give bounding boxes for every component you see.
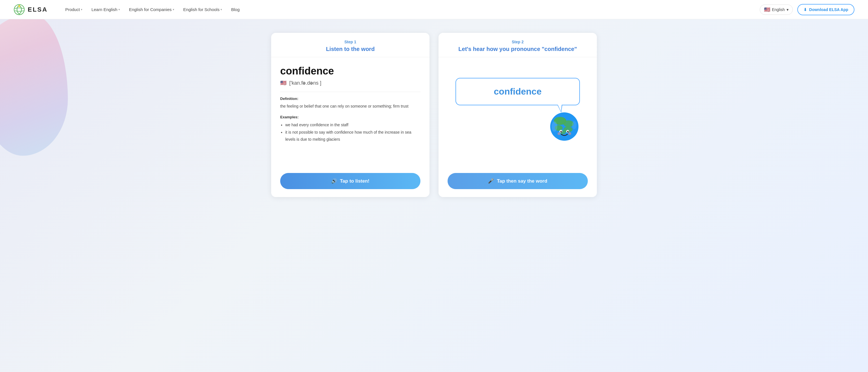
divider bbox=[280, 92, 421, 92]
microphone-icon: 🎤 bbox=[488, 178, 494, 184]
speech-bubble-container: confidence bbox=[456, 78, 580, 105]
language-selector[interactable]: 🇺🇸 English ▾ bbox=[760, 4, 793, 15]
speech-bubble: confidence bbox=[456, 78, 580, 105]
card2-body: confidence bbox=[438, 57, 597, 168]
nav-item-learn-english[interactable]: Learn English ▾ bbox=[87, 5, 124, 14]
navigation: ELSA Product ▾ Learn English ▾ English f… bbox=[0, 0, 868, 19]
svg-point-17 bbox=[568, 131, 568, 132]
chevron-down-icon: ▾ bbox=[173, 8, 174, 11]
logo-text: ELSA bbox=[28, 6, 48, 13]
step2-title: Let's hear how you pronounce "confidence… bbox=[447, 46, 588, 52]
speaker-icon: 🔊 bbox=[331, 178, 337, 184]
card1-footer: 🔊 Tap to listen! bbox=[271, 168, 430, 197]
svg-point-16 bbox=[561, 131, 562, 132]
tap-to-say-button[interactable]: 🎤 Tap then say the word bbox=[447, 173, 588, 189]
download-icon: ⬇ bbox=[804, 7, 807, 12]
phonetic-text: ['kan.fə.dəns ] bbox=[289, 80, 321, 86]
phonetic-row: 🇺🇸 ['kan.fə.dəns ] bbox=[280, 80, 421, 86]
download-app-button[interactable]: ⬇ Download ELSA App bbox=[797, 4, 855, 15]
nav-item-companies[interactable]: English for Companies ▾ bbox=[125, 5, 178, 14]
definition-label: Definition: bbox=[280, 96, 421, 101]
bubble-word: confidence bbox=[494, 86, 542, 96]
examples-list: we had every confidence in the staff it … bbox=[280, 121, 421, 161]
card-listen: Step 1 Listen to the word confidence 🇺🇸 … bbox=[271, 33, 430, 197]
example-item: it is not possible to say with confidenc… bbox=[285, 129, 421, 143]
example-item: we had every confidence in the staff bbox=[285, 121, 421, 128]
card-pronounce: Step 2 Let's hear how you pronounce "con… bbox=[438, 33, 597, 197]
us-flag-icon: 🇺🇸 bbox=[280, 80, 286, 86]
mascot-container bbox=[456, 111, 580, 142]
step1-label: Step 1 bbox=[280, 40, 421, 44]
chevron-down-icon: ▾ bbox=[786, 7, 788, 12]
card2-footer: 🎤 Tap then say the word bbox=[438, 168, 597, 197]
svg-point-11 bbox=[572, 121, 577, 129]
svg-point-1 bbox=[19, 5, 20, 7]
svg-point-15 bbox=[567, 131, 569, 133]
chevron-down-icon: ▾ bbox=[81, 8, 82, 11]
svg-point-19 bbox=[568, 132, 571, 135]
svg-point-14 bbox=[560, 131, 562, 133]
nav-item-blog[interactable]: Blog bbox=[227, 5, 243, 14]
word-title: confidence bbox=[280, 65, 421, 77]
card1-body: confidence 🇺🇸 ['kan.fə.dəns ] Definition… bbox=[271, 57, 430, 168]
nav-item-schools[interactable]: English for Schools ▾ bbox=[179, 5, 226, 14]
logo[interactable]: ELSA bbox=[13, 4, 48, 15]
main-content: Step 1 Listen to the word confidence 🇺🇸 … bbox=[0, 19, 868, 211]
step2-label: Step 2 bbox=[447, 40, 588, 44]
mascot-globe-icon bbox=[549, 111, 580, 142]
examples-label: Examples: bbox=[280, 115, 421, 119]
nav-links: Product ▾ Learn English ▾ English for Co… bbox=[61, 5, 760, 14]
nav-right: 🇺🇸 English ▾ ⬇ Download ELSA App bbox=[760, 4, 855, 15]
flag-icon: 🇺🇸 bbox=[764, 6, 770, 13]
definition-text: the feeling or belief that one can rely … bbox=[280, 103, 421, 109]
chevron-down-icon: ▾ bbox=[220, 8, 222, 11]
card2-header: Step 2 Let's hear how you pronounce "con… bbox=[438, 33, 597, 57]
svg-point-10 bbox=[552, 121, 557, 132]
tap-to-listen-button[interactable]: 🔊 Tap to listen! bbox=[280, 173, 421, 189]
nav-item-product[interactable]: Product ▾ bbox=[61, 5, 87, 14]
svg-point-18 bbox=[558, 132, 560, 135]
step1-title: Listen to the word bbox=[280, 46, 421, 52]
chevron-down-icon: ▾ bbox=[119, 8, 120, 11]
card1-header: Step 1 Listen to the word bbox=[271, 33, 430, 57]
